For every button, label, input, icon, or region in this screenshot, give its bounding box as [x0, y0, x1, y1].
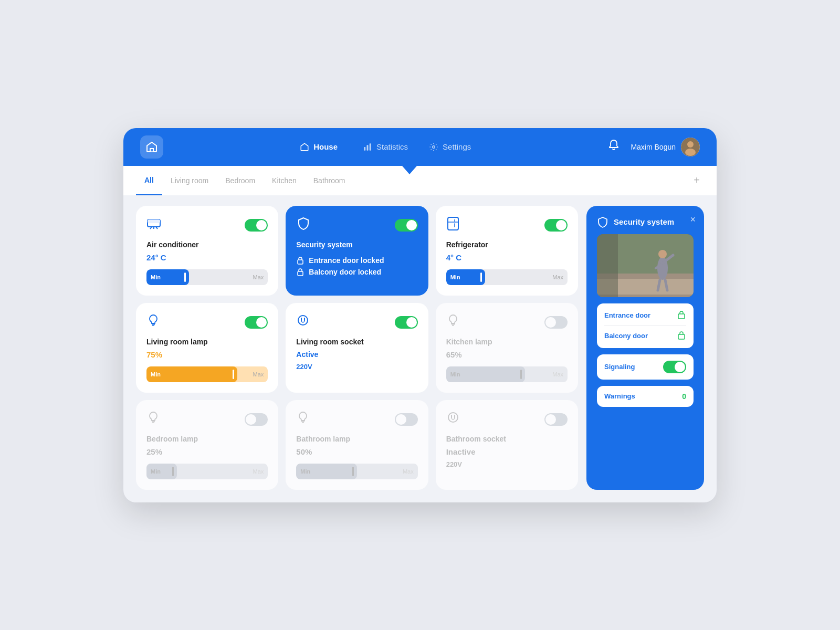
bedroom-lamp-name: Bedroom lamp — [146, 435, 268, 443]
panel-header: Security system — [597, 216, 694, 228]
bathroom-lamp-slider[interactable]: Min Max — [296, 464, 417, 479]
card-living-socket: Living room socket Active 220V — [286, 303, 428, 393]
svg-point-38 — [658, 250, 667, 258]
balcony-door-label: Balcony door — [604, 332, 648, 340]
tabs-bar: All Living room Bedroom Kitchen Bathroom… — [123, 166, 717, 195]
svg-rect-1 — [364, 147, 365, 151]
card-bathroom-lamp: Bathroom lamp 50% Min Max — [286, 400, 428, 490]
toggle-fridge[interactable] — [544, 219, 568, 232]
bathroom-socket-icon — [446, 411, 460, 428]
lock-entrance: Entrance door locked — [296, 256, 417, 265]
svg-point-6 — [687, 141, 694, 148]
ac-slider[interactable]: Min Max — [146, 269, 268, 285]
nav-settings[interactable]: Settings — [429, 142, 471, 152]
living-lamp-name: Living room lamp — [146, 338, 268, 346]
toggle-kitchen-lamp[interactable] — [544, 316, 568, 329]
card-refrigerator: Refrigerator 4° C Min Max — [436, 206, 578, 296]
card-living-lamp: Living room lamp 75% Min Max — [136, 303, 278, 393]
bedroom-lamp-value: 25% — [146, 447, 268, 456]
door-balcony: Balcony door — [604, 330, 686, 342]
svg-rect-2 — [367, 145, 369, 151]
living-socket-name: Living room socket — [296, 338, 417, 346]
bathroom-lamp-value: 50% — [296, 447, 417, 456]
security-name: Security system — [296, 240, 417, 249]
tab-bedroom[interactable]: Bedroom — [217, 166, 264, 195]
toggle-bathroom-socket[interactable] — [544, 413, 568, 426]
svg-rect-13 — [298, 260, 303, 264]
toggle-bedroom-lamp[interactable] — [245, 413, 268, 426]
svg-rect-44 — [678, 314, 685, 319]
nav-statistics[interactable]: Statistics — [363, 142, 408, 152]
devices-grid: Air conditioner 24° C Min Max — [136, 206, 578, 490]
svg-rect-45 — [678, 334, 685, 339]
living-lamp-slider[interactable]: Min Max — [146, 366, 268, 382]
bathroom-socket-status: Inactive — [446, 447, 568, 456]
warnings-label: Warnings — [604, 392, 635, 400]
bathroom-socket-name: Bathroom socket — [446, 435, 568, 443]
kitchen-lamp-slider[interactable]: Min Max — [446, 366, 568, 382]
header-right: Maxim Bogun — [607, 138, 700, 156]
tab-all[interactable]: All — [136, 166, 162, 195]
user-info: Maxim Bogun — [631, 138, 700, 156]
panel-signaling: Signaling — [597, 354, 694, 380]
panel-close-button[interactable]: × — [690, 214, 696, 225]
entrance-door-label: Entrance door — [604, 311, 650, 319]
svg-point-7 — [685, 149, 696, 156]
ac-name: Air conditioner — [146, 240, 268, 249]
balcony-door-lock-icon — [677, 330, 686, 342]
card-kitchen-lamp: Kitchen lamp 65% Min Max — [436, 303, 578, 393]
card-bathroom-socket: Bathroom socket Inactive 220V — [436, 400, 578, 490]
svg-rect-3 — [370, 143, 371, 151]
security-icon — [296, 216, 311, 234]
panel-doors: Entrance door Balcony door — [597, 303, 694, 348]
tab-living[interactable]: Living room — [162, 166, 217, 195]
svg-point-21 — [298, 316, 308, 325]
toggle-signaling[interactable] — [663, 361, 686, 373]
fridge-slider[interactable]: Min Max — [446, 269, 568, 285]
living-socket-voltage: 220V — [296, 363, 417, 371]
toggle-living-socket[interactable] — [395, 316, 418, 329]
kitchen-lamp-name: Kitchen lamp — [446, 338, 568, 346]
security-locks: Entrance door locked Balcony door locked — [296, 256, 417, 276]
toggle-bathroom-lamp[interactable] — [395, 413, 418, 426]
bell-icon[interactable] — [607, 139, 620, 155]
svg-rect-36 — [597, 234, 618, 297]
panel-warnings: Warnings 0 — [597, 386, 694, 407]
panel-title: Security system — [614, 217, 674, 226]
tab-bathroom[interactable]: Bathroom — [305, 166, 354, 195]
card-air-conditioner: Air conditioner 24° C Min Max — [136, 206, 278, 296]
add-tab-button[interactable]: + — [689, 174, 704, 186]
detail-panel: × Security system — [586, 206, 704, 490]
card-bedroom-lamp: Bedroom lamp 25% Min Max — [136, 400, 278, 490]
svg-rect-9 — [148, 219, 160, 223]
tab-kitchen[interactable]: Kitchen — [264, 166, 305, 195]
toggle-security[interactable] — [395, 219, 418, 232]
bathroom-socket-voltage: 220V — [446, 460, 568, 468]
panel-camera — [597, 234, 694, 297]
toggle-ac[interactable] — [245, 219, 268, 232]
svg-point-4 — [433, 145, 435, 148]
living-socket-icon — [296, 313, 310, 331]
logo[interactable] — [140, 135, 163, 159]
bedroom-lamp-slider[interactable]: Min Max — [146, 464, 268, 479]
svg-rect-14 — [298, 271, 303, 276]
divider — [604, 326, 686, 326]
bedroom-lamp-icon — [146, 411, 160, 428]
toggle-living-lamp[interactable] — [245, 316, 268, 329]
avatar — [681, 138, 700, 156]
main-content: Air conditioner 24° C Min Max — [123, 195, 717, 502]
living-lamp-icon — [146, 313, 160, 331]
svg-rect-15 — [448, 217, 458, 230]
kitchen-lamp-icon — [446, 313, 460, 331]
living-socket-status: Active — [296, 350, 417, 359]
app-container: House Statistics Settings — [123, 128, 717, 502]
svg-point-30 — [448, 413, 458, 422]
nav-house[interactable]: House — [300, 142, 342, 152]
lock-balcony: Balcony door locked — [296, 268, 417, 276]
bathroom-lamp-name: Bathroom lamp — [296, 435, 417, 443]
bathroom-lamp-icon — [296, 411, 310, 428]
card-header — [146, 216, 268, 234]
card-security: Security system Entrance door locked — [286, 206, 428, 296]
living-lamp-value: 75% — [146, 350, 268, 359]
main-nav: House Statistics Settings — [300, 142, 471, 152]
